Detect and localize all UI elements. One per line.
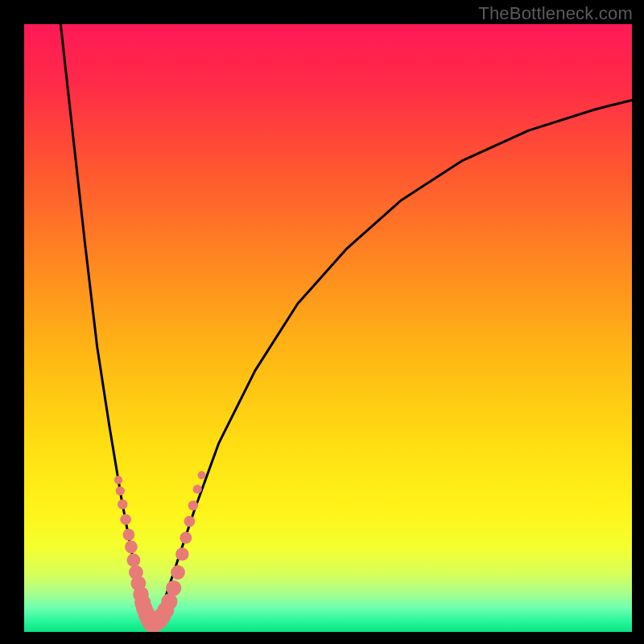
data-marker: [171, 565, 185, 580]
data-marker: [180, 532, 192, 544]
data-marker: [127, 554, 141, 568]
data-marker: [125, 540, 138, 553]
chart-svg: [24, 24, 632, 632]
data-marker: [188, 501, 198, 510]
data-marker: [166, 580, 181, 596]
data-marker: [161, 593, 177, 609]
data-marker: [123, 529, 135, 541]
data-marker: [184, 516, 196, 527]
plot-area: [24, 24, 632, 632]
watermark-text: TheBottleneck.com: [478, 3, 633, 24]
curve-right-branch: [152, 100, 633, 632]
data-marker: [120, 514, 131, 526]
data-marker: [193, 485, 202, 493]
marker-layer: [114, 471, 206, 632]
data-marker: [114, 476, 122, 484]
curve-layer: [60, 24, 632, 632]
data-marker: [116, 486, 125, 495]
data-marker: [175, 547, 188, 560]
data-marker: [198, 471, 206, 479]
curve-left-branch: [60, 24, 151, 632]
chart-frame: TheBottleneck.com: [0, 0, 644, 644]
data-marker: [118, 499, 127, 509]
